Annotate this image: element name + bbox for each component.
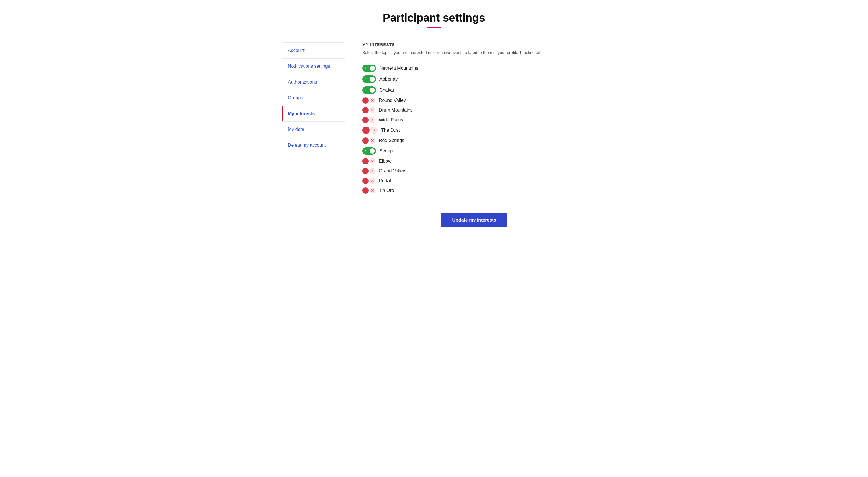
sidebar-item-my-data[interactable]: My data <box>282 122 345 137</box>
x-icon-red-springs[interactable]: ✕ <box>370 138 375 144</box>
toggle-container-portal: ✕ <box>362 178 375 184</box>
check-icon: ✓ <box>364 66 367 70</box>
interest-label-nethera-mountains: Nethera Mountains <box>379 66 418 71</box>
content-layout: AccountNotifications settingsAuthorizati… <box>282 42 586 227</box>
page-container: Participant settings AccountNotification… <box>276 0 592 239</box>
toggle-container-grand-valley: ✕ <box>362 168 375 174</box>
interest-label-red-springs: Red Springs <box>379 138 404 143</box>
red-circle-grand-valley[interactable] <box>362 168 369 174</box>
x-icon-tin-ore[interactable]: ✕ <box>370 188 375 193</box>
button-container: Update my interests <box>362 213 586 227</box>
interest-item-portal: ✕ Portal <box>362 176 586 186</box>
toggle-container-red-springs: ✕ <box>362 137 375 144</box>
interest-item-tin-ore: ✕ Tin Ore <box>362 186 586 195</box>
interest-item-the-dust: ✕ The Dust <box>362 125 586 136</box>
toggle-container-round-valley: ✕ <box>362 97 375 104</box>
page-title: Participant settings <box>282 11 586 24</box>
page-header: Participant settings <box>282 11 586 28</box>
toggle-chakar[interactable]: ✓ <box>362 86 376 94</box>
divider <box>362 204 586 204</box>
x-icon-portal[interactable]: ✕ <box>370 178 375 184</box>
toggle-container-elbow: ✕ <box>362 158 375 164</box>
interests-list: ✓ Nethera Mountains ✓ Abbenay ✓ Chakar ✕ <box>362 63 586 195</box>
sidebar-item-groups[interactable]: Groups <box>282 90 345 106</box>
interest-label-tin-ore: Tin Ore <box>379 188 394 193</box>
interest-label-sedep: Sedep <box>379 148 393 154</box>
interest-label-round-valley: Round Valley <box>379 98 406 103</box>
interest-item-nethera-mountains: ✓ Nethera Mountains <box>362 63 586 74</box>
interest-label-portal: Portal <box>379 178 391 183</box>
interest-item-abbenay: ✓ Abbenay <box>362 74 586 85</box>
update-interests-button[interactable]: Update my interests <box>441 213 508 227</box>
section-title: MY INTERESTS <box>362 42 586 47</box>
x-icon-elbow[interactable]: ✕ <box>370 158 375 164</box>
sidebar-item-my-interests[interactable]: My interests <box>282 106 345 122</box>
interest-item-grand-valley: ✕ Grand Valley <box>362 166 586 176</box>
red-circle-elbow[interactable] <box>362 158 369 164</box>
red-circle-tin-ore[interactable] <box>362 187 369 194</box>
interest-item-sedep: ✓ Sedep <box>362 146 586 156</box>
red-circle-portal[interactable] <box>362 178 369 184</box>
red-circle-wide-plains[interactable] <box>362 117 369 123</box>
interest-label-wide-plains: Wide Plains <box>379 117 403 123</box>
sidebar-item-delete-account[interactable]: Delete my account <box>282 137 345 153</box>
sidebar: AccountNotifications settingsAuthorizati… <box>282 42 345 153</box>
red-circle-drum-mountains[interactable] <box>362 107 369 114</box>
interest-item-round-valley: ✕ Round Valley <box>362 96 586 105</box>
toggle-sedep[interactable]: ✓ <box>362 147 376 155</box>
check-icon: ✓ <box>364 77 367 81</box>
interest-label-chakar: Chakar <box>379 88 394 93</box>
x-icon-grand-valley[interactable]: ✕ <box>370 168 375 174</box>
red-circle-the-dust[interactable] <box>362 127 370 134</box>
sidebar-item-authorizations[interactable]: Authorizations <box>282 74 345 90</box>
interest-label-drum-mountains: Drum Mountains <box>379 107 412 113</box>
toggle-container-drum-mountains: ✕ <box>362 107 375 114</box>
toggle-container-wide-plains: ✕ <box>362 117 375 123</box>
red-circle-round-valley[interactable] <box>362 97 369 104</box>
interest-label-grand-valley: Grand Valley <box>379 168 405 173</box>
sidebar-item-notifications[interactable]: Notifications settings <box>282 59 345 74</box>
toggle-container-tin-ore: ✕ <box>362 187 375 194</box>
x-icon-wide-plains[interactable]: ✕ <box>370 117 375 123</box>
x-icon-round-valley[interactable]: ✕ <box>370 98 375 103</box>
interest-label-abbenay: Abbenay <box>379 76 398 82</box>
interest-label-elbow: Elbow <box>379 159 392 164</box>
red-circle-red-springs[interactable] <box>362 137 369 144</box>
toggle-nethera-mountains[interactable]: ✓ <box>362 65 376 72</box>
x-icon-drum-mountains[interactable]: ✕ <box>370 107 375 113</box>
x-icon-the-dust[interactable]: ✕ <box>371 127 378 134</box>
toggle-container-the-dust: ✕ <box>362 127 378 134</box>
interest-label-the-dust: The Dust <box>381 128 400 133</box>
check-icon: ✓ <box>364 88 367 92</box>
check-icon: ✓ <box>364 149 367 153</box>
main-content: MY INTERESTS Select the topics you are i… <box>362 42 586 227</box>
section-description: Select the topics you are interested in … <box>362 50 586 56</box>
interest-item-drum-mountains: ✕ Drum Mountains <box>362 105 586 115</box>
interest-item-wide-plains: ✕ Wide Plains <box>362 115 586 125</box>
sidebar-item-account[interactable]: Account <box>282 43 345 59</box>
page-title-underline <box>427 27 441 28</box>
interest-item-chakar: ✓ Chakar <box>362 85 586 96</box>
interest-item-elbow: ✕ Elbow <box>362 156 586 166</box>
toggle-abbenay[interactable]: ✓ <box>362 75 376 83</box>
interest-item-red-springs: ✕ Red Springs <box>362 136 586 146</box>
